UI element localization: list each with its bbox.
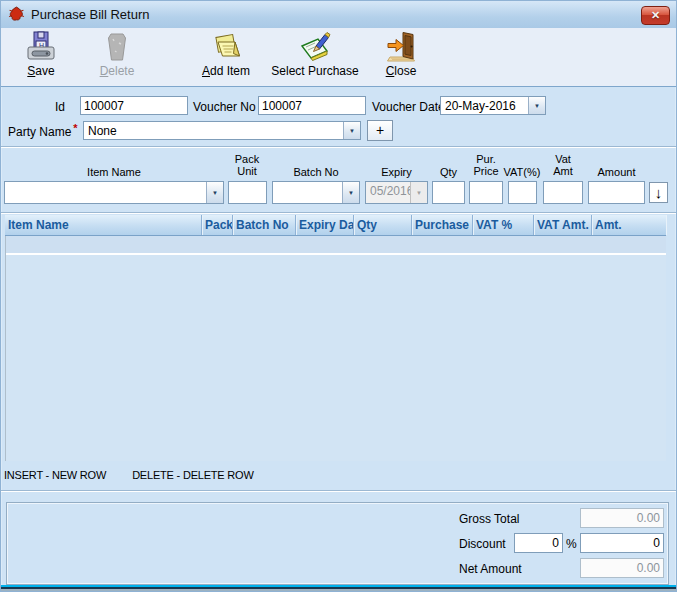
close-icon (385, 31, 417, 63)
entry-expiry-label: Expiry (365, 166, 428, 178)
add-item-button-label: Add Item (202, 64, 250, 78)
grid-header-qty: Qty (354, 215, 412, 235)
save-button-label: Save (27, 64, 54, 78)
entry-pack-unit-label: PackUnit (222, 153, 272, 177)
voucher-date-label: Voucher Date (372, 100, 445, 114)
grid-header-purchase: Purchase (412, 215, 473, 235)
arrow-down-icon: ↓ (655, 184, 663, 201)
window-title: Purchase Bill Return (31, 7, 150, 22)
entry-vat-amt-label: VatAmt (543, 153, 583, 177)
items-grid: Item Name Pack Batch No Expiry Da Qty Pu… (5, 215, 666, 462)
add-item-icon (210, 31, 242, 63)
item-name-combo[interactable]: ▼ (4, 181, 224, 204)
grid-header-batch-no: Batch No (233, 215, 296, 235)
add-party-button[interactable]: + (367, 120, 393, 141)
voucher-date-value: 20-May-2016 (441, 97, 528, 114)
grid-body[interactable] (5, 236, 666, 461)
id-label: Id (20, 100, 65, 114)
grid-header-amt: Amt. (592, 215, 666, 235)
chevron-down-icon[interactable]: ▼ (528, 97, 545, 114)
add-item-button[interactable]: Add Item (189, 31, 263, 83)
title-bar: Purchase Bill Return ✕ (1, 1, 676, 29)
status-bar: INSERT - NEW ROWDELETE - DELETE ROW (4, 469, 280, 481)
qty-input[interactable] (432, 181, 465, 204)
gross-total-label: Gross Total (459, 512, 519, 526)
required-asterisk: * (73, 122, 77, 134)
close-button-label: Close (386, 64, 417, 78)
separator (1, 212, 676, 214)
chevron-down-icon[interactable]: ▼ (342, 182, 359, 203)
discount-pct-input[interactable] (514, 533, 563, 553)
app-icon (8, 6, 25, 23)
party-name-combo[interactable]: None ▼ (83, 121, 361, 140)
expiry-combo: 05/2016 ▼ (365, 181, 428, 204)
voucher-date-combo[interactable]: 20-May-2016 ▼ (440, 96, 546, 115)
save-icon: H (25, 31, 57, 63)
plus-icon: + (376, 122, 384, 138)
select-purchase-button[interactable]: Select Purchase (267, 31, 363, 83)
delete-button: Delete (87, 31, 147, 83)
vat-amt-input[interactable] (543, 181, 583, 204)
grid-header-vat-pct: VAT % (473, 215, 534, 235)
item-name-value (5, 182, 206, 203)
entry-qty-label: Qty (432, 166, 465, 178)
net-amount-label: Net Amount (459, 562, 522, 576)
id-input[interactable] (80, 96, 188, 115)
grid-header-expiry: Expiry Da (296, 215, 354, 235)
pur-price-input[interactable] (469, 181, 503, 204)
entry-amount-label: Amount (588, 166, 645, 178)
delete-button-label: Delete (100, 64, 135, 78)
select-purchase-button-label: Select Purchase (271, 64, 358, 78)
close-icon: ✕ (651, 9, 660, 21)
entry-batch-label: Batch No (272, 166, 360, 178)
close-button[interactable]: Close (373, 31, 429, 83)
select-purchase-icon (299, 31, 331, 63)
chevron-down-icon: ▼ (410, 182, 427, 203)
batch-no-value (273, 182, 342, 203)
insert-hint: INSERT - NEW ROW (4, 469, 106, 481)
grid-empty-row[interactable] (6, 236, 666, 255)
grid-header-pack: Pack (202, 215, 233, 235)
entry-item-name-label: Item Name (4, 166, 224, 178)
bottom-edge-line (1, 589, 676, 591)
entry-vat-label: VAT(%) (497, 166, 547, 178)
grid-header-item-name: Item Name (5, 215, 202, 235)
delete-hint: DELETE - DELETE ROW (132, 469, 254, 481)
toolbar: H Save Delete Add Item (1, 28, 676, 87)
pack-unit-input[interactable] (228, 181, 267, 204)
save-button[interactable]: H Save (13, 31, 69, 83)
net-amount-field (580, 558, 664, 578)
discount-label: Discount (459, 537, 506, 551)
voucher-no-input[interactable] (258, 96, 366, 115)
chevron-down-icon[interactable]: ▼ (206, 182, 223, 203)
separator (1, 490, 676, 492)
discount-amount-input[interactable] (580, 533, 664, 553)
vat-pct-input[interactable] (508, 181, 537, 204)
grid-header-row: Item Name Pack Batch No Expiry Da Qty Pu… (5, 215, 666, 236)
expiry-value: 05/2016 (366, 182, 410, 203)
percent-sign: % (566, 537, 577, 551)
gross-total-field (580, 508, 664, 528)
batch-no-combo[interactable]: ▼ (272, 181, 360, 204)
party-name-label: Party Name* (8, 125, 70, 139)
delete-icon (101, 31, 133, 63)
grid-header-vat-amt: VAT Amt. (534, 215, 592, 235)
insert-row-button[interactable]: ↓ (649, 182, 668, 203)
voucher-no-label: Voucher No (193, 100, 256, 114)
chevron-down-icon[interactable]: ▼ (343, 122, 360, 139)
close-window-button[interactable]: ✕ (641, 6, 670, 25)
purchase-bill-return-window: Purchase Bill Return ✕ H Save Delete (0, 0, 677, 592)
separator (1, 146, 676, 148)
party-name-value: None (84, 122, 343, 139)
amount-input[interactable] (588, 181, 645, 204)
